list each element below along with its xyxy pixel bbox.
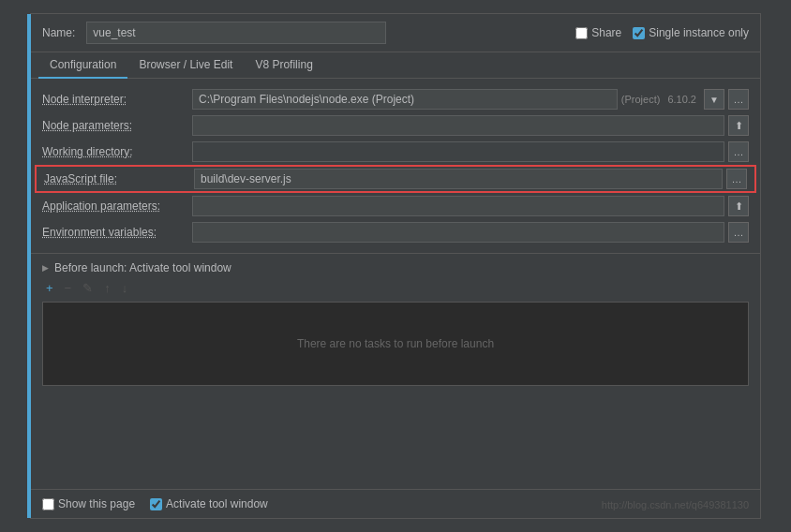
add-task-btn[interactable]: + xyxy=(42,280,57,296)
browse-icon: … xyxy=(734,94,744,105)
show-page-checkbox-label[interactable]: Show this page xyxy=(42,497,135,510)
node-parameters-input-wrap: ⬆ xyxy=(192,115,749,136)
browse-icon3: … xyxy=(732,173,742,185)
node-parameters-label: Node parameters: xyxy=(42,119,192,132)
tab-configuration[interactable]: Configuration xyxy=(38,52,127,79)
move-up-task-btn[interactable]: ↑ xyxy=(100,280,114,296)
node-version-dropdown[interactable]: ▼ xyxy=(704,89,724,110)
javascript-file-input[interactable] xyxy=(194,169,723,189)
upload-icon2: ⬆ xyxy=(735,200,743,213)
watermark: http://blog.csdn.net/q649381130 xyxy=(602,499,749,510)
environment-variables-label: Environment variables: xyxy=(42,226,192,239)
show-page-checkbox[interactable] xyxy=(42,498,54,510)
application-parameters-upload-btn[interactable]: ⬆ xyxy=(728,196,749,216)
node-interpreter-label: Node interpreter: xyxy=(42,93,192,106)
header-right: Share Single instance only xyxy=(575,26,749,39)
activate-tool-window-checkbox[interactable] xyxy=(150,498,162,510)
single-instance-checkbox-label[interactable]: Single instance only xyxy=(633,26,749,39)
node-interpreter-project: (Project) xyxy=(621,94,661,105)
javascript-file-label: JavaScript file: xyxy=(44,172,194,185)
upload-icon: ⬆ xyxy=(735,120,743,132)
launch-toolbar: + − ✎ ↑ ↓ xyxy=(42,280,749,296)
tab-content: Node interpreter: (Project) 6.10.2 ▼ … N… xyxy=(31,79,760,489)
node-interpreter-input-wrap: (Project) 6.10.2 ▼ … xyxy=(192,89,749,110)
name-input[interactable] xyxy=(86,22,386,44)
edit-task-btn[interactable]: ✎ xyxy=(79,280,97,296)
share-label: Share xyxy=(591,26,621,39)
empty-tasks-message: There are no tasks to run before launch xyxy=(297,337,494,350)
launch-tasks-area: There are no tasks to run before launch xyxy=(42,302,749,386)
single-instance-checkbox[interactable] xyxy=(633,27,645,39)
single-instance-label: Single instance only xyxy=(649,26,749,39)
before-launch-triangle-icon: ▶ xyxy=(42,263,49,273)
share-checkbox-label[interactable]: Share xyxy=(575,26,621,39)
tab-v8-profiling[interactable]: V8 Profiling xyxy=(244,52,323,79)
node-interpreter-browse-btn[interactable]: … xyxy=(728,89,749,110)
run-configuration-dialog: Name: Share Single instance only Configu… xyxy=(30,13,761,519)
application-parameters-input[interactable] xyxy=(192,196,724,216)
node-interpreter-row: Node interpreter: (Project) 6.10.2 ▼ … xyxy=(31,86,760,112)
share-checkbox[interactable] xyxy=(575,27,588,39)
javascript-file-input-wrap: … xyxy=(194,169,747,189)
working-directory-input[interactable] xyxy=(192,141,724,162)
before-launch-title: Before launch: Activate tool window xyxy=(54,261,231,274)
working-directory-browse-btn[interactable]: … xyxy=(728,141,749,162)
environment-variables-row: Environment variables: … xyxy=(31,219,760,245)
activate-tool-window-label: Activate tool window xyxy=(166,497,268,510)
browse-icon4: … xyxy=(734,227,744,238)
environment-variables-browse-btn[interactable]: … xyxy=(728,222,749,243)
name-label: Name: xyxy=(42,26,75,39)
dropdown-arrow-icon: ▼ xyxy=(709,95,719,105)
javascript-file-browse-btn[interactable]: … xyxy=(726,169,747,189)
form-area: Node interpreter: (Project) 6.10.2 ▼ … N… xyxy=(31,79,760,253)
show-page-label: Show this page xyxy=(58,497,135,510)
activate-tool-window-checkbox-label[interactable]: Activate tool window xyxy=(150,497,268,510)
before-launch-section: ▶ Before launch: Activate tool window + … xyxy=(31,253,760,393)
browse-icon2: … xyxy=(734,146,744,157)
environment-variables-input[interactable] xyxy=(192,222,724,243)
move-down-task-btn[interactable]: ↓ xyxy=(118,280,132,296)
working-directory-label: Working directory: xyxy=(42,145,192,158)
remove-task-btn[interactable]: − xyxy=(61,280,76,296)
node-parameters-input[interactable] xyxy=(192,115,724,136)
environment-variables-input-wrap: … xyxy=(192,222,749,243)
node-interpreter-input[interactable] xyxy=(192,89,618,110)
application-parameters-label: Application parameters: xyxy=(42,200,192,213)
before-launch-header: ▶ Before launch: Activate tool window xyxy=(42,261,749,274)
header-row: Name: Share Single instance only xyxy=(31,14,760,52)
node-parameters-row: Node parameters: ⬆ xyxy=(31,112,760,139)
tabs-row: Configuration Browser / Live Edit V8 Pro… xyxy=(31,52,760,79)
node-parameters-upload-btn[interactable]: ⬆ xyxy=(728,115,749,136)
tab-browser-live-edit[interactable]: Browser / Live Edit xyxy=(127,52,244,79)
working-directory-row: Working directory: … xyxy=(31,139,760,165)
application-parameters-input-wrap: ⬆ xyxy=(192,196,749,216)
application-parameters-row: Application parameters: ⬆ xyxy=(31,193,760,219)
working-directory-input-wrap: … xyxy=(192,141,749,162)
node-version-badge: 6.10.2 xyxy=(667,94,696,105)
javascript-file-row: JavaScript file: … xyxy=(35,165,756,193)
